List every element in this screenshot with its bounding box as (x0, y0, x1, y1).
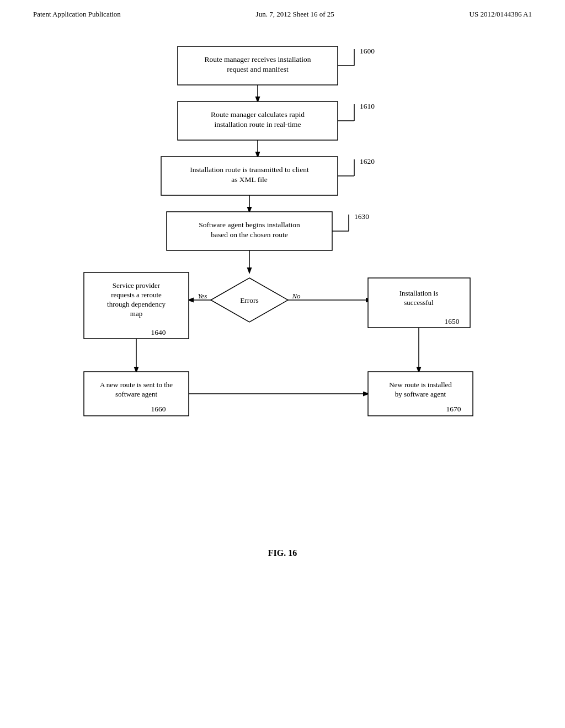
svg-text:request and manifest: request and manifest (227, 65, 289, 73)
svg-text:Route manager calculates rapid: Route manager calculates rapid (211, 110, 305, 119)
svg-text:Software agent begins installa: Software agent begins installation (199, 221, 300, 229)
svg-text:requests a reroute: requests a reroute (111, 291, 162, 299)
svg-text:by software agent: by software agent (395, 390, 446, 398)
svg-text:Installation is: Installation is (399, 289, 438, 297)
svg-text:1640: 1640 (151, 328, 166, 336)
flowchart: Route manager receives installation requ… (0, 30, 565, 515)
svg-text:1620: 1620 (360, 157, 375, 165)
svg-text:based on the chosen route: based on the chosen route (211, 231, 287, 239)
svg-text:through dependency: through dependency (107, 300, 166, 308)
flowchart-svg: Route manager receives installation requ… (67, 30, 498, 515)
svg-text:A new route is sent to the: A new route is sent to the (100, 381, 173, 389)
header-right: US 2012/0144386 A1 (470, 10, 532, 19)
svg-text:as XML file: as XML file (231, 175, 267, 184)
svg-text:Errors: Errors (240, 296, 259, 304)
svg-text:map: map (130, 309, 142, 318)
svg-text:Yes: Yes (198, 292, 207, 300)
svg-text:1610: 1610 (360, 102, 375, 110)
header-left: Patent Application Publication (33, 10, 121, 19)
svg-text:successful: successful (404, 298, 434, 307)
svg-text:1660: 1660 (151, 405, 166, 413)
figure-caption: FIG. 16 (0, 548, 565, 558)
svg-text:New route is installed: New route is installed (389, 381, 452, 389)
svg-text:1630: 1630 (354, 212, 369, 221)
svg-text:No: No (291, 292, 301, 300)
page-header: Patent Application Publication Jun. 7, 2… (0, 0, 565, 24)
svg-text:Route manager receives install: Route manager receives installation (204, 55, 311, 63)
svg-text:installation route in real-tim: installation route in real-time (214, 120, 301, 129)
svg-text:1600: 1600 (360, 47, 375, 55)
svg-text:Service provider: Service provider (113, 281, 161, 290)
svg-text:1650: 1650 (445, 317, 460, 325)
header-center: Jun. 7, 2012 Sheet 16 of 25 (256, 10, 334, 19)
svg-text:software agent: software agent (115, 390, 158, 398)
svg-text:Installation route is transmit: Installation route is transmitted to cli… (190, 165, 309, 174)
svg-text:1670: 1670 (446, 405, 461, 413)
